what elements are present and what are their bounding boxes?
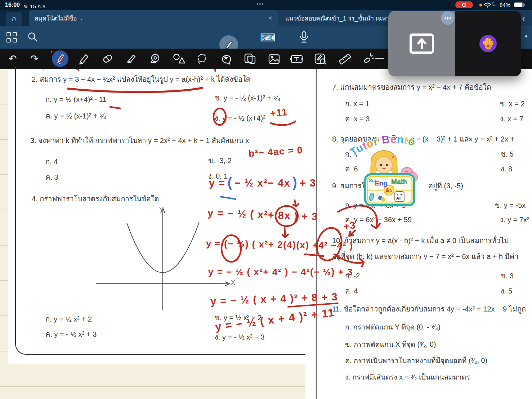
- q2-option-d: ง. y = - ½ (x+4)²: [215, 112, 265, 124]
- pencil-tool-icon[interactable]: [78, 53, 90, 65]
- q11-option-a: ก. กราฟตัดแกน Y ที่จุด (0, - ⁹⁄₄): [345, 322, 441, 333]
- q9-option-d: ง. y = 7x²: [500, 214, 529, 225]
- q2-option-b: ข. y = - ½ (x-1)² + ⁵⁄₄: [215, 92, 280, 104]
- blue-paren-close: ): [292, 175, 298, 190]
- handwriting-line3-plus3: +3: [343, 220, 357, 232]
- sticker-label-eng: Eng: [375, 179, 388, 187]
- q8-option-b: ข. 5: [501, 148, 514, 160]
- sticker-label-math: Math: [391, 178, 407, 186]
- q11-option-c: ค. กราฟเป็นพาราโบลาหงายที่มีจุดยอดที่ (³…: [345, 355, 487, 366]
- q4-option-d: ง. y = - ⅓ x² − 3: [215, 331, 265, 343]
- q2-option-a: ก. y = ½ (x+4)² - 11: [45, 94, 107, 105]
- q3-option-b: ข. -3, 2: [208, 155, 232, 166]
- participant-avatar: [479, 35, 497, 52]
- q10-option-c: ค. 4: [345, 285, 358, 297]
- screen-recording-indicator[interactable]: [455, 1, 473, 8]
- q8-option-d: ง. 8: [501, 163, 512, 175]
- date: จ. 15 ก.ย.: [24, 2, 47, 11]
- question-3-stem: 3. จงหาค่า k ที่ทำให้ กราฟพาราโบลา y = 2…: [30, 135, 249, 146]
- tab-untitled-notebook[interactable]: สมุดโน้ตไม่มีชื่อ ⌄ ×: [29, 10, 278, 26]
- sticker-label-ai: AI: [396, 196, 401, 201]
- overflow-dot: [525, 35, 527, 37]
- lasso-tool-icon[interactable]: [196, 53, 209, 65]
- q3-option-a: ก. 4: [45, 156, 58, 167]
- battery-percent: 84%: [500, 2, 510, 8]
- handwriting-search-tool-icon[interactable]: [314, 53, 327, 65]
- q2-option-c: ค. y = ½ (x-1)² + ⁵⁄₄: [45, 110, 107, 122]
- tab-title: แนวข้อสอบคณิตเข้า_1 รร_ชั้นนำ เฉพา: [285, 13, 389, 23]
- q11-option-d: ง. กราฟมีเส้นตรง x = ³⁄₂ เป็นแกนสมมาตร: [345, 372, 470, 383]
- q10-option-d: ง. 5: [501, 285, 512, 297]
- question-4-stem: 4. กราฟพาราโบลาตรงกับสมการในข้อใด: [32, 193, 159, 205]
- search-icon[interactable]: [27, 32, 38, 42]
- thumbnails-grid-icon[interactable]: [6, 32, 17, 42]
- question-7-stem: 7. แกนสมมาตรของสมการ y = x² − 4x + 7 คือ…: [332, 81, 491, 93]
- graph-y-axis-label: Y: [159, 206, 164, 214]
- status-ellipsis-icon: •••: [256, 1, 264, 7]
- participant-pane[interactable]: [455, 11, 521, 76]
- column-divider: [316, 69, 317, 399]
- sticker-art: Tutor Bento: [349, 132, 430, 207]
- q3-option-c: ค. 3: [45, 171, 58, 183]
- question-2-stem: 2. สมการ y = 3 − 4x − ½x² แปลงให้อยู่ในร…: [32, 73, 251, 85]
- note-canvas[interactable]: 2. สมการ y = 3 − 4x − ½x² แปลงให้อยู่ในร…: [0, 69, 532, 399]
- tutor-bento-sticker[interactable]: Tutor Bento: [349, 132, 430, 207]
- wifi-icon: [484, 3, 491, 8]
- pip-call-window[interactable]: [388, 11, 521, 76]
- q4-option-a: ก. y = ½ x² + 2: [45, 313, 92, 325]
- app-root: 16:00 จ. 15 ก.ย. ••• ☾ 84% ⌂ สมุดโน้ตไม่…: [0, 0, 532, 399]
- question-9-stem-right: อยู่ที่ (3, -5): [429, 180, 463, 192]
- q11-option-b: ข. กราฟตัดแกน X ที่จุด (³⁄₂, 0): [345, 339, 436, 350]
- keyboard-icon[interactable]: ⌨: [260, 31, 276, 44]
- q9-option-b: ข. y = -5x: [495, 200, 526, 211]
- q7-option-b: ข. x = 2: [500, 98, 525, 109]
- handwriting-line1: y = ( − ½ x²− 4x ) + 3: [209, 177, 316, 190]
- laser-pointer-tool-icon[interactable]: [362, 53, 375, 65]
- close-tab-icon[interactable]: ×: [268, 14, 272, 22]
- pen-tool-selected[interactable]: [52, 50, 68, 67]
- chevron-down-icon[interactable]: ⌄: [80, 15, 84, 21]
- scan-mark: [44, 66, 44, 71]
- battery-icon: [514, 3, 524, 7]
- tape-tool-icon[interactable]: [149, 53, 161, 65]
- graph-x-axis-label: X: [231, 279, 236, 287]
- q4-option-c: ค. y = - ⅓ x² + 3: [45, 328, 97, 340]
- audio-indicator[interactable]: [441, 11, 455, 25]
- q7-option-a: ก. x = 1: [345, 98, 369, 109]
- q7-option-d: ง. x = 7: [500, 113, 523, 125]
- red-pen-icon: [55, 53, 65, 64]
- sticker-label-tutor: ติว: [386, 187, 392, 194]
- blue-paren-open: (: [228, 175, 233, 190]
- question-10-stem-line2: อยู่ที่จุด (h, k) และจากสมการ y − 7 = x²…: [332, 251, 518, 262]
- do-not-disturb-moon-icon: ☾: [491, 0, 498, 8]
- sparkle-icon: ✦: [50, 50, 53, 54]
- share-screen-icon: [409, 33, 434, 54]
- mic-in-use-dot: [479, 4, 482, 6]
- question-11-stem: 11. ข้อใดกล่าวถูกต้องเกี่ยวกับสมการ 4y =…: [332, 303, 526, 315]
- clock: 16:00: [5, 2, 20, 8]
- microphone-icon[interactable]: [299, 31, 309, 44]
- status-bar: 16:00 จ. 15 ก.ย. ••• ☾ 84%: [0, 0, 532, 10]
- image-tool-icon[interactable]: [268, 53, 280, 65]
- q10-option-b: ข. 3: [501, 270, 514, 282]
- ruler-tool-icon[interactable]: [338, 53, 351, 65]
- home-icon: ⌂: [12, 14, 16, 23]
- sticker-tool-icon[interactable]: [220, 53, 233, 65]
- redo-icon[interactable]: ↷: [30, 53, 39, 64]
- undo-icon[interactable]: ↶: [9, 53, 17, 64]
- eraser-tool-icon[interactable]: [102, 53, 114, 65]
- tab-title: สมุดโน้ตไม่มีชื่อ: [35, 13, 77, 23]
- chevron-left-icon[interactable]: ‹: [522, 13, 525, 24]
- home-button[interactable]: ⌂: [6, 12, 22, 26]
- q7-option-c: ค. x = 3: [345, 113, 370, 125]
- pages-tool-icon[interactable]: [243, 53, 256, 65]
- text-tool-icon[interactable]: [290, 53, 304, 65]
- handwriting-line4: y = − ½ ( x²+ 4² ) − 4²(− ½) + 3: [208, 266, 353, 278]
- question-10-stem-line1: 10. ถ้าสมการ y = a(x - h)² + k เมื่อ a ≠…: [332, 235, 509, 246]
- highlighter-tool-icon[interactable]: [125, 53, 138, 65]
- minus-icon[interactable]: —: [375, 53, 384, 63]
- hamsa-icon: [482, 37, 494, 50]
- handwriting-plus11-q2: +11: [270, 107, 288, 119]
- shapes-tool-icon[interactable]: [173, 53, 185, 65]
